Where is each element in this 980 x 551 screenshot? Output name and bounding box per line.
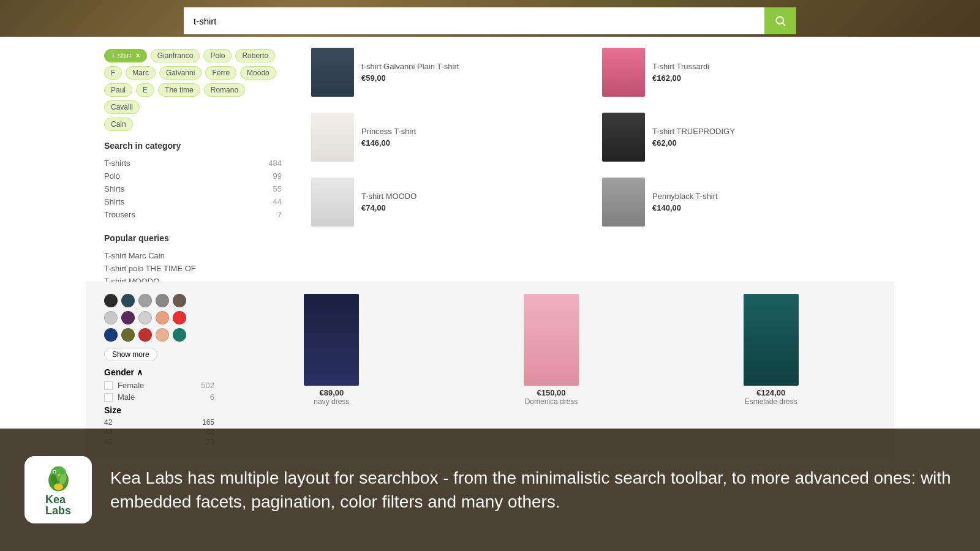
color-row-1 <box>104 294 214 307</box>
category-name: Shirts <box>104 197 124 206</box>
product-image-5 <box>311 178 354 227</box>
category-item-shirts-55[interactable]: Shirts 55 <box>104 182 282 195</box>
tag-polo[interactable]: Polo <box>203 49 232 62</box>
color-swatch-teal[interactable] <box>173 328 186 342</box>
tag-tshirt[interactable]: T-shirt × <box>104 49 147 62</box>
tag-cavalli[interactable]: Cavalli <box>104 100 140 114</box>
product-item-6[interactable]: Pennyblack T-shirt €140,00 <box>597 173 882 231</box>
bottom-product-image-3 <box>744 294 799 386</box>
product-price-5: €74,00 <box>361 203 586 212</box>
category-section: Search in category T-shirts 484 Polo 99 … <box>104 141 282 221</box>
color-row-3 <box>104 328 214 342</box>
category-item-polo[interactable]: Polo 99 <box>104 170 282 182</box>
color-swatch-dark-teal[interactable] <box>121 294 135 307</box>
popular-section-title: Popular queries <box>104 233 282 243</box>
search-button[interactable] <box>764 7 796 34</box>
category-count: 7 <box>277 210 282 219</box>
color-swatch-peach[interactable] <box>156 311 169 324</box>
category-count: 44 <box>273 197 282 206</box>
bottom-product-name-1: navy dress <box>314 397 349 406</box>
gender-female-checkbox[interactable] <box>104 381 113 390</box>
product-name-6: Pennyblack T-shirt <box>652 192 877 201</box>
tag-moodo[interactable]: Moodo <box>240 66 276 80</box>
gender-male-label: Male <box>118 392 135 402</box>
product-price-3: €146,00 <box>361 138 586 148</box>
color-row-2 <box>104 311 214 324</box>
tag-roberto[interactable]: Roberto <box>235 49 275 62</box>
category-name: T-shirts <box>104 159 130 168</box>
category-item-tshirts[interactable]: T-shirts 484 <box>104 157 282 170</box>
color-swatch-taupe[interactable] <box>173 294 186 307</box>
gender-female[interactable]: Female 502 <box>104 381 214 390</box>
tag-galvanni[interactable]: Galvanni <box>159 66 202 80</box>
bottom-product-price-1: €89,00 <box>319 388 344 397</box>
bottom-product-3[interactable]: €124,00 Esmelade dress <box>666 294 876 447</box>
tags-row-1: T-shirt × Gianfranco Polo Roberto <box>104 49 282 62</box>
color-swatch-navy[interactable] <box>104 328 118 342</box>
product-item-4[interactable]: T-shirt TRUEPRODIGY €62,00 <box>597 108 882 167</box>
color-swatch-red[interactable] <box>173 311 186 324</box>
kea-bird-icon <box>42 463 75 494</box>
category-count: 99 <box>273 171 282 181</box>
bottom-product-image-1 <box>304 294 359 386</box>
color-swatch-olive[interactable] <box>121 328 135 342</box>
tag-the-time[interactable]: The time <box>158 83 200 97</box>
product-price-6: €140,00 <box>652 203 877 212</box>
tag-f[interactable]: F <box>104 66 122 80</box>
product-item-5[interactable]: T-shirt MOODO €74,00 <box>306 173 591 231</box>
color-swatch-crimson[interactable] <box>138 328 152 342</box>
category-item-shirts-44[interactable]: Shirts 44 <box>104 195 282 208</box>
color-swatch-apricot[interactable] <box>156 328 169 342</box>
search-icon <box>774 15 786 27</box>
bottom-product-name-3: Esmelade dress <box>745 397 797 406</box>
search-input[interactable] <box>184 7 764 34</box>
product-image-3 <box>311 113 354 162</box>
bottom-product-1[interactable]: €89,00 navy dress <box>227 294 437 447</box>
product-name-1: t-shirt Galvanni Plain T-shirt <box>361 62 586 71</box>
product-image-6 <box>602 178 645 227</box>
color-swatch-light-grey[interactable] <box>138 294 152 307</box>
gender-section: Gender ∧ Female 502 Male 6 <box>104 367 214 402</box>
tag-paul[interactable]: Paul <box>104 83 132 97</box>
category-section-title: Search in category <box>104 141 282 151</box>
kea-labs-logo: KeaLabs <box>24 456 92 523</box>
gender-male-checkbox[interactable] <box>104 393 113 402</box>
category-count: 484 <box>268 159 282 168</box>
size-item-42[interactable]: 42 165 <box>104 418 214 427</box>
tag-cain[interactable]: Cain <box>104 118 133 131</box>
svg-line-1 <box>783 23 785 26</box>
gender-female-count: 502 <box>201 381 214 390</box>
color-swatch-purple[interactable] <box>121 311 135 324</box>
bottom-product-price-3: €124,00 <box>756 388 785 397</box>
category-name: Trousers <box>104 210 135 219</box>
show-more-colors-button[interactable]: Show more <box>104 348 157 361</box>
popular-query-1[interactable]: T-shirt Marc Cain <box>104 249 282 262</box>
gender-title: Gender ∧ <box>104 367 214 377</box>
gender-female-label: Female <box>118 381 144 390</box>
product-item-2[interactable]: T-shirt Trussardi €162,00 <box>597 43 882 102</box>
tag-romano[interactable]: Romano <box>204 83 245 97</box>
footer-description: Kea Labs has multiple layout for searchb… <box>110 466 956 514</box>
category-item-trousers[interactable]: Trousers 7 <box>104 208 282 221</box>
product-name-4: T-shirt TRUEPRODIGY <box>652 127 877 136</box>
product-price-2: €162,00 <box>652 73 877 83</box>
color-swatch-grey[interactable] <box>156 294 169 307</box>
tag-e[interactable]: E <box>136 83 154 97</box>
color-swatch-black[interactable] <box>104 294 118 307</box>
product-item-1[interactable]: t-shirt Galvanni Plain T-shirt €59,00 <box>306 43 591 102</box>
tag-ferre[interactable]: Ferre <box>205 66 236 80</box>
product-item-3[interactable]: Princess T-shirt €146,00 <box>306 108 591 167</box>
tags-row-4: Cain <box>104 118 282 131</box>
gender-male[interactable]: Male 6 <box>104 392 214 402</box>
tag-gianfranco[interactable]: Gianfranco <box>151 49 200 62</box>
category-name: Polo <box>104 171 120 181</box>
tag-marc[interactable]: Marc <box>126 66 156 80</box>
color-swatch-silver[interactable] <box>104 311 118 324</box>
tags-section: T-shirt × Gianfranco Polo Roberto F Marc… <box>104 49 282 131</box>
bottom-product-2[interactable]: €150,00 Domenica dress <box>447 294 657 447</box>
popular-query-2[interactable]: T-shirt polo THE TIME OF <box>104 262 282 275</box>
color-swatch-white[interactable] <box>138 311 152 324</box>
tag-remove-icon[interactable]: × <box>136 51 140 60</box>
product-name-5: T-shirt MOODO <box>361 192 586 201</box>
product-image-4 <box>602 113 645 162</box>
